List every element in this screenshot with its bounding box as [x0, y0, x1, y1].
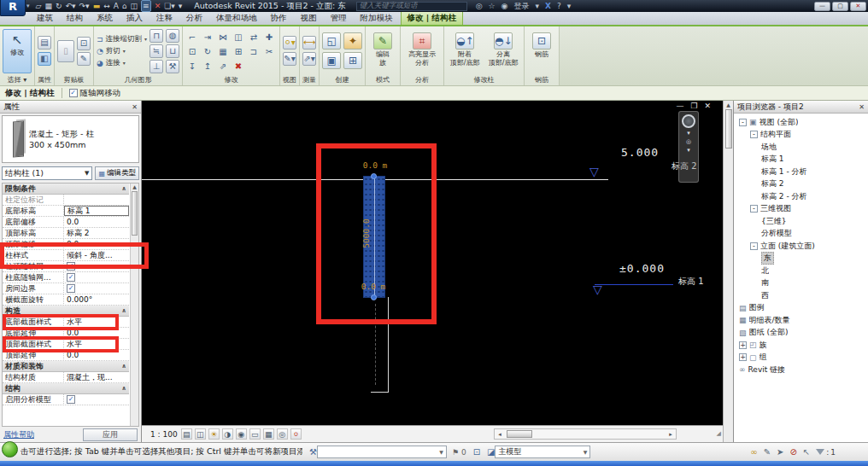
sign-in-label[interactable]: 登录: [513, 1, 529, 12]
subscription-icon[interactable]: ☆: [488, 2, 495, 10]
rebar-button[interactable]: ⊡ 钢筋: [527, 29, 556, 73]
level-2-marker-icon[interactable]: ▽: [589, 166, 599, 178]
trim-extend-icon[interactable]: ⊐: [247, 44, 261, 57]
tab-注释[interactable]: 注释: [150, 12, 179, 25]
copy-icon[interactable]: ⊡: [185, 44, 199, 57]
level-1-marker-icon[interactable]: ▽: [593, 283, 602, 295]
text-icon[interactable]: A: [114, 1, 119, 11]
restore-button[interactable]: ▢: [832, 2, 848, 11]
navigation-bar[interactable]: ▾ ◎ ▾: [678, 111, 699, 183]
collapse-icon[interactable]: -: [750, 242, 758, 250]
collapse-icon[interactable]: -: [739, 119, 747, 126]
sync-icon[interactable]: ↻: [56, 1, 62, 11]
collapse-icon[interactable]: ∧: [121, 185, 129, 192]
pin-icon[interactable]: ➤: [777, 447, 783, 457]
default-3d-view-icon[interactable]: ⌂: [122, 1, 127, 11]
undo-icon[interactable]: ↶▾: [66, 1, 76, 11]
active-option-icon[interactable]: ◪: [487, 447, 495, 457]
minimize-button[interactable]: —: [814, 2, 830, 11]
show-rendering-dialog-icon[interactable]: ◉: [236, 428, 247, 440]
select-icon[interactable]: ↖: [803, 447, 810, 457]
property-value[interactable]: 0.000°: [64, 294, 129, 305]
property-value[interactable]: 0.0: [64, 328, 129, 338]
tab-体量和场地[interactable]: 体量和场地: [210, 12, 263, 25]
measure-icon[interactable]: ▬: [93, 1, 101, 11]
property-value[interactable]: [64, 195, 129, 205]
signin-caret-icon[interactable]: ▾: [535, 2, 539, 10]
property-value[interactable]: 标高 2: [64, 228, 129, 238]
checkbox-icon[interactable]: ✓: [67, 273, 75, 282]
close-icon[interactable]: ✕: [859, 103, 865, 111]
checkbox-icon[interactable]: ✓: [67, 262, 75, 271]
property-value[interactable]: 水平: [64, 339, 129, 349]
tree-item-标高 1 - 分析[interactable]: 标高 1 - 分析: [734, 166, 868, 178]
close-hidden-windows-icon[interactable]: ✕: [155, 1, 161, 11]
properties-help-link[interactable]: 属性帮助: [3, 429, 34, 440]
match-type-icon[interactable]: ✎: [77, 52, 91, 66]
ruler-icon[interactable]: ⟷: [302, 36, 316, 50]
tree-item-{三维}[interactable]: {三维}: [734, 215, 868, 228]
type-properties-icon[interactable]: ▤: [38, 36, 51, 50]
apply-coping-icon[interactable]: ⊓: [150, 29, 163, 43]
moves-with-grids-checkbox[interactable]: ✓ 随轴网移动: [69, 88, 121, 99]
scroll-thumb[interactable]: [507, 430, 532, 438]
collapse-icon[interactable]: ∧: [121, 385, 129, 392]
shadows-icon[interactable]: ◑: [222, 428, 233, 440]
tab-分析[interactable]: 分析: [180, 12, 208, 25]
tree-item-结构平面[interactable]: -结构平面: [734, 129, 868, 142]
join-button[interactable]: ◕连接▾: [97, 58, 147, 68]
notification-ball-icon[interactable]: [2, 441, 18, 457]
create-group-icon[interactable]: ⊞: [343, 52, 362, 69]
tree-item-南[interactable]: 南: [734, 277, 868, 290]
edit-family-button[interactable]: ✎ 编辑 族: [368, 29, 397, 73]
tree-item-立面 (建筑立面)[interactable]: -立面 (建筑立面): [734, 240, 868, 253]
cut-button[interactable]: ◔剪切▾: [97, 46, 147, 56]
tree-item-族[interactable]: +◰族: [734, 339, 868, 352]
property-value[interactable]: 水平: [64, 317, 129, 327]
lightbulb-icon[interactable]: ⚪▾: [283, 36, 296, 50]
attach-top-base-button[interactable]: ◒↑ 附着 顶部/底部: [447, 29, 483, 73]
column-bottom-handle[interactable]: [371, 294, 377, 300]
level-2-elevation[interactable]: 5.000: [621, 146, 659, 159]
create-assembly-icon[interactable]: ▣: [322, 52, 341, 69]
create-parts-icon[interactable]: ◱: [322, 32, 341, 50]
dim-column-height[interactable]: 5000.0: [361, 203, 371, 265]
view-close-icon[interactable]: ✕: [704, 102, 711, 110]
split-icon[interactable]: ✂: [262, 44, 276, 57]
unpin-icon[interactable]: ↥: [201, 59, 214, 72]
tree-item-视图 (全部)[interactable]: -▣视图 (全部): [734, 116, 868, 129]
help-caret-icon[interactable]: ▾: [567, 2, 572, 10]
create-similar-icon[interactable]: ✦: [343, 32, 362, 50]
nav-caret-icon[interactable]: ▾: [687, 131, 690, 137]
exchange-apps-icon[interactable]: X: [545, 2, 551, 10]
swap-icon[interactable]: ⇄: [247, 30, 261, 43]
drawing-area[interactable]: ▽ 5.000 标高 2 ▽ ±0.000 标高 1 0.0 m 5000.0 …: [142, 101, 723, 425]
demolish-icon[interactable]: ⚒: [166, 60, 179, 73]
rotate-icon[interactable]: ↻: [201, 44, 214, 57]
vertical-scrollbar[interactable]: ▲: [723, 101, 733, 442]
tree-item-图纸 (全部)[interactable]: ▧图纸 (全部): [734, 327, 868, 340]
tree-item-北[interactable]: 北: [734, 265, 868, 277]
open-icon[interactable]: ▱: [36, 1, 42, 11]
view-scale[interactable]: 1 : 100: [150, 430, 178, 439]
property-value[interactable]: ✓: [64, 394, 129, 405]
apply-button[interactable]: 应用: [83, 428, 138, 441]
tree-item-东[interactable]: 东: [734, 253, 868, 265]
property-value[interactable]: ✓: [64, 283, 129, 294]
view-restore-icon[interactable]: ❐: [690, 102, 697, 110]
align-icon[interactable]: ⌐: [185, 30, 199, 43]
detach-top-base-button[interactable]: ◓↓ 分离 顶部/底部: [485, 29, 521, 73]
scroll-up-icon[interactable]: ▲: [726, 102, 730, 108]
dim-top-offset[interactable]: 0.0 m: [357, 160, 393, 170]
selection-filter[interactable]: :1: [816, 448, 836, 457]
worksets-icon[interactable]: ⚒: [309, 447, 317, 457]
collapse-icon[interactable]: -: [750, 205, 758, 213]
modify-button[interactable]: ↖ 修改: [3, 29, 32, 73]
tree-item-分析模型[interactable]: 分析模型: [734, 228, 868, 241]
app-menu-caret-icon[interactable]: ▾: [26, 3, 30, 9]
scroll-left-icon[interactable]: ◂: [495, 431, 505, 438]
editing-requests-count[interactable]: ⚑ 0: [452, 448, 466, 457]
properties-scrollbar[interactable]: ▲: [130, 183, 138, 426]
tree-item-标高 2 - 分析[interactable]: 标高 2 - 分析: [734, 190, 868, 203]
property-value[interactable]: 0.0: [64, 239, 129, 249]
